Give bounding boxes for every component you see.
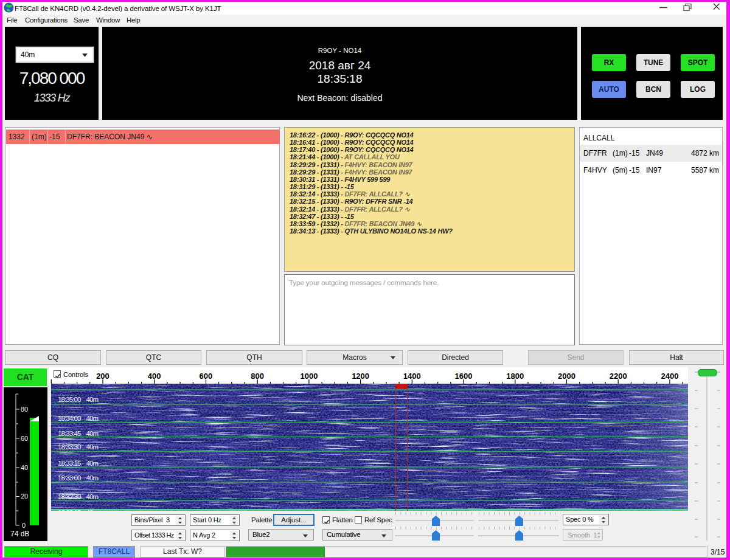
svg-text:600: 600 [200,372,213,381]
svg-text:40m: 40m [86,474,99,482]
svg-text:18:34:00: 18:34:00 [58,415,81,422]
svg-text:18:33:15: 18:33:15 [58,460,81,467]
svg-text:20: 20 [21,493,28,500]
svg-text:18:33:00: 18:33:00 [58,474,81,482]
svg-text:1800: 1800 [506,372,524,381]
svg-text:40m: 40m [86,460,99,467]
svg-text:80: 80 [21,406,28,413]
svg-text:2000: 2000 [558,372,575,381]
svg-text:200: 200 [96,372,109,381]
svg-text:40m: 40m [86,415,99,422]
svg-text:18:33:45: 18:33:45 [58,430,81,437]
svg-text:40m: 40m [86,493,99,500]
svg-text:74 dB: 74 dB [10,530,29,538]
svg-text:1400: 1400 [403,372,421,381]
svg-text:2200: 2200 [610,372,627,381]
svg-text:2400: 2400 [661,372,678,381]
svg-text:40m: 40m [86,396,99,403]
svg-text:1000: 1000 [300,372,318,381]
svg-text:0: 0 [22,522,26,529]
svg-text:40: 40 [21,464,28,471]
svg-text:1200: 1200 [352,372,369,381]
svg-text:800: 800 [251,372,264,381]
svg-text:40m: 40m [86,443,99,451]
svg-text:18:32:30: 18:32:30 [58,493,81,500]
svg-text:18:32:15: 18:32:15 [58,509,81,511]
svg-text:18:35:00: 18:35:00 [58,396,81,403]
svg-text:40m: 40m [86,509,99,511]
svg-text:18:33:30: 18:33:30 [58,443,81,451]
svg-text:1600: 1600 [455,372,473,381]
svg-text:40m: 40m [86,430,99,437]
svg-text:60: 60 [21,435,28,442]
svg-text:400: 400 [148,372,161,381]
